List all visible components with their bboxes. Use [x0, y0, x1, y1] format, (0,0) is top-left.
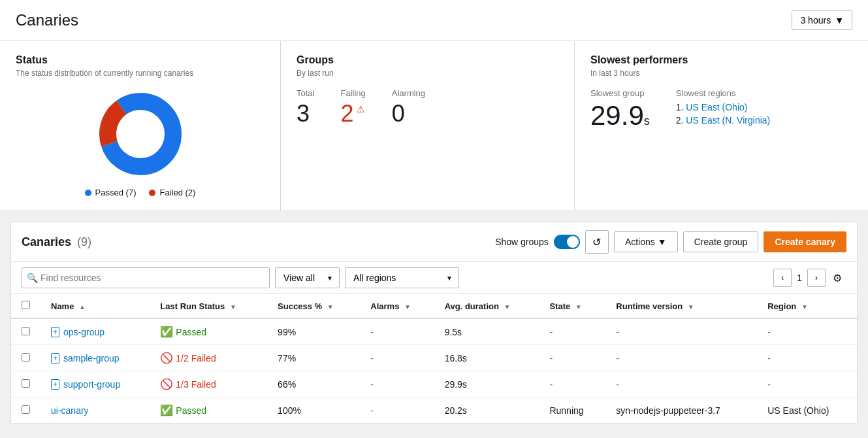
col-avg-duration[interactable]: Avg. duration ▼	[434, 294, 539, 318]
row-name-link[interactable]: ui-canary	[51, 405, 139, 416]
row-state-cell: -	[539, 318, 605, 345]
slowest-group-value: 29.9s	[590, 102, 650, 129]
slowest-panel-subtitle: In last 3 hours	[590, 69, 852, 78]
row-runtime-cell: -	[605, 345, 757, 371]
slowest-region-1-link[interactable]: US East (Ohio)	[686, 102, 747, 112]
pagination-page: 1	[794, 273, 805, 283]
status-panel: Status The status distribution of curren…	[0, 41, 281, 211]
search-input[interactable]	[22, 267, 270, 288]
failing-stat: Failing 2 ⚠	[340, 88, 365, 126]
col-state[interactable]: State ▼	[539, 294, 605, 318]
row-status-cell: ✅ Passed	[150, 397, 267, 424]
table-row: + sample-group 🚫 1/2 Failed 77% - 16.8s …	[11, 345, 857, 371]
passed-legend-label: Passed (7)	[95, 188, 137, 197]
row-checkbox[interactable]	[22, 379, 30, 388]
alarming-label: Alarming	[392, 88, 425, 98]
row-success-cell: 99%	[267, 318, 360, 345]
failed-dot	[149, 190, 155, 196]
hours-label: 3 hours	[800, 15, 831, 25]
show-groups-toggle[interactable]	[554, 235, 580, 249]
row-region-cell: -	[757, 345, 857, 371]
slowest-regions-list: 1. US East (Ohio) 2. US East (N. Virgini…	[676, 102, 770, 126]
failing-value: 2 ⚠	[340, 102, 365, 126]
check-icon: ✅	[160, 326, 173, 338]
row-success-cell: 100%	[267, 397, 360, 424]
table-row: ui-canary ✅ Passed 100% - 20.2s Running …	[11, 397, 857, 424]
view-all-select[interactable]: View all Passed Failed Running	[275, 267, 340, 288]
slowest-region-2-link[interactable]: US East (N. Virginia)	[686, 115, 770, 126]
row-name-cell: + support-group	[40, 371, 150, 397]
pagination-next-button[interactable]: ›	[807, 269, 826, 287]
row-checkbox-cell	[11, 371, 40, 397]
warning-icon: ⚠	[357, 105, 365, 114]
filters-row: 🔍 View all Passed Failed Running All reg…	[11, 262, 857, 294]
row-alarms-cell: -	[360, 397, 434, 424]
donut-container: Passed (7) Failed (2)	[16, 88, 265, 197]
slowest-panel: Slowest performers In last 3 hours Slowe…	[575, 41, 868, 211]
alarming-value: 0	[392, 102, 425, 126]
groups-panel-title: Groups	[297, 54, 558, 66]
status-failed: 🚫 1/2 Failed	[160, 352, 257, 364]
table-settings-button[interactable]: ⚙	[828, 269, 846, 287]
row-checkbox-cell	[11, 318, 40, 345]
group-expand-icon: +	[51, 353, 59, 363]
col-runtime-version[interactable]: Runtime version ▼	[605, 294, 757, 318]
col-region[interactable]: Region ▼	[757, 294, 857, 318]
row-name-cell: ui-canary	[40, 397, 150, 424]
row-name-link[interactable]: + ops-group	[51, 327, 139, 337]
row-alarms-cell: -	[360, 371, 434, 397]
table-controls: Show groups ↺ Actions ▼ Create group Cre…	[495, 230, 846, 254]
total-stat: Total 3	[297, 88, 314, 126]
search-icon: 🔍	[27, 273, 38, 283]
create-group-button[interactable]: Create group	[683, 231, 759, 252]
row-checkbox[interactable]	[22, 353, 30, 362]
avg-duration-sort-icon: ▼	[504, 303, 511, 311]
donut-chart	[95, 88, 186, 180]
slowest-regions-label: Slowest regions	[676, 88, 770, 98]
success-sort-icon: ▼	[327, 303, 334, 311]
row-region-cell: -	[757, 318, 857, 345]
status-panel-subtitle: The status distribution of currently run…	[16, 69, 265, 78]
total-value: 3	[297, 102, 314, 126]
table-title-container: Canaries (9)	[22, 235, 91, 249]
table-header: Canaries (9) Show groups ↺ Actions ▼ Cre…	[11, 222, 857, 262]
row-checkbox-cell	[11, 397, 40, 424]
row-duration-cell: 9.5s	[434, 318, 539, 345]
row-name-link[interactable]: + support-group	[51, 379, 139, 390]
col-alarms[interactable]: Alarms ▼	[360, 294, 434, 318]
total-label: Total	[297, 88, 314, 98]
row-duration-cell: 16.8s	[434, 345, 539, 371]
dropdown-arrow-icon: ▼	[835, 15, 844, 25]
refresh-button[interactable]: ↺	[585, 230, 609, 254]
slowest-region-1: 1. US East (Ohio)	[676, 102, 770, 112]
stats-row: Status The status distribution of curren…	[0, 41, 868, 211]
row-name-link[interactable]: + sample-group	[51, 353, 139, 363]
row-alarms-cell: -	[360, 318, 434, 345]
slowest-panel-title: Slowest performers	[590, 54, 852, 66]
view-all-wrapper: View all Passed Failed Running	[275, 267, 340, 288]
slowest-content: Slowest group 29.9s Slowest regions 1. U…	[590, 88, 852, 129]
passed-legend: Passed (7)	[85, 188, 137, 197]
alarms-sort-icon: ▼	[404, 303, 411, 311]
row-runtime-cell: syn-nodejs-puppeteer-3.7	[605, 397, 757, 424]
slowest-regions-stat: Slowest regions 1. US East (Ohio) 2. US …	[676, 88, 770, 129]
row-state-cell: Running	[539, 397, 605, 424]
row-checkbox[interactable]	[22, 327, 30, 335]
select-all-checkbox[interactable]	[22, 301, 30, 309]
col-last-run-status[interactable]: Last Run Status ▼	[150, 294, 267, 318]
search-container: 🔍	[22, 267, 270, 288]
row-success-cell: 77%	[267, 345, 360, 371]
col-success-pct[interactable]: Success % ▼	[267, 294, 360, 318]
pagination-prev-button[interactable]: ‹	[773, 269, 792, 287]
status-passed: ✅ Passed	[160, 404, 257, 416]
row-alarms-cell: -	[360, 345, 434, 371]
col-name[interactable]: Name ▲	[40, 294, 150, 318]
actions-button[interactable]: Actions ▼	[614, 231, 678, 252]
group-expand-icon: +	[51, 327, 59, 337]
hours-dropdown[interactable]: 3 hours ▼	[792, 10, 852, 30]
row-checkbox[interactable]	[22, 405, 30, 414]
slowest-region-2: 2. US East (N. Virginia)	[676, 115, 770, 126]
create-canary-button[interactable]: Create canary	[764, 231, 846, 252]
regions-select[interactable]: All regions US East (Ohio) US East (N. V…	[345, 267, 459, 288]
select-all-cell	[11, 294, 40, 318]
